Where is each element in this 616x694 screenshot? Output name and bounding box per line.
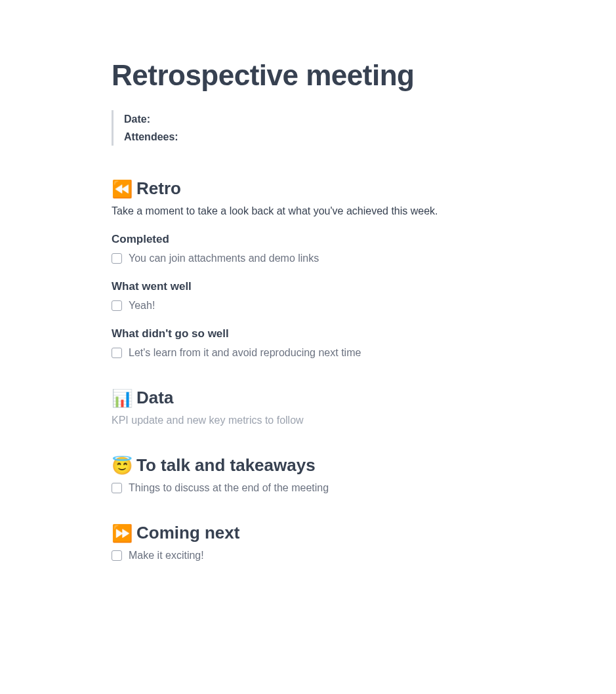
checklist-item: Let's learn from it and avoid reproducin…	[112, 347, 504, 359]
checklist-label: Yeah!	[129, 300, 155, 312]
section-next-heading-text: Coming next	[136, 523, 239, 543]
checkbox[interactable]	[112, 253, 122, 264]
checkbox[interactable]	[112, 483, 122, 493]
section-retro: ⏪ Retro Take a moment to take a look bac…	[112, 178, 504, 359]
checkbox[interactable]	[112, 300, 122, 311]
subcategory-completed: Completed You can join attachments and d…	[112, 233, 504, 264]
checklist-label: Make it exciting!	[129, 550, 204, 561]
section-data-heading-text: Data	[136, 388, 173, 408]
meta-block: Date: Attendees:	[112, 110, 504, 146]
subcategory-didnt-go-well-title: What didn't go so well	[112, 327, 504, 340]
checklist-item: Yeah!	[112, 300, 504, 312]
page-title: Retrospective meeting	[112, 59, 504, 92]
meta-date: Date:	[124, 110, 504, 128]
checkbox[interactable]	[112, 348, 122, 358]
subcategory-didnt-go-well: What didn't go so well Let's learn from …	[112, 327, 504, 359]
checklist-label: Let's learn from it and avoid reproducin…	[129, 347, 361, 359]
section-data-heading: 📊 Data	[112, 388, 504, 408]
section-next-heading: ⏩ Coming next	[112, 523, 504, 543]
section-talk-heading: 😇 To talk and takeaways	[112, 455, 504, 476]
section-data: 📊 Data KPI update and new key metrics to…	[112, 388, 504, 426]
checklist-item: Make it exciting!	[112, 550, 504, 561]
fast-forward-icon: ⏩	[112, 525, 133, 542]
checklist-item: You can join attachments and demo links	[112, 253, 504, 264]
section-talk: 😇 To talk and takeaways Things to discus…	[112, 455, 504, 494]
checklist-label: Things to discuss at the end of the meet…	[129, 482, 329, 494]
section-data-description: KPI update and new key metrics to follow	[112, 415, 504, 426]
meta-attendees: Attendees:	[124, 128, 504, 146]
bar-chart-icon: 📊	[112, 390, 133, 407]
checklist-label: You can join attachments and demo links	[129, 253, 319, 264]
subcategory-went-well: What went well Yeah!	[112, 280, 504, 312]
checklist-item: Things to discuss at the end of the meet…	[112, 482, 504, 494]
checkbox[interactable]	[112, 550, 122, 561]
subcategory-went-well-title: What went well	[112, 280, 504, 293]
section-retro-heading: ⏪ Retro	[112, 178, 504, 199]
section-next: ⏩ Coming next Make it exciting!	[112, 523, 504, 561]
subcategory-completed-title: Completed	[112, 233, 504, 246]
section-retro-description: Take a moment to take a look back at wha…	[112, 205, 504, 217]
section-retro-heading-text: Retro	[136, 178, 181, 199]
halo-face-icon: 😇	[112, 457, 133, 474]
rewind-icon: ⏪	[112, 180, 133, 197]
section-talk-heading-text: To talk and takeaways	[136, 455, 316, 476]
